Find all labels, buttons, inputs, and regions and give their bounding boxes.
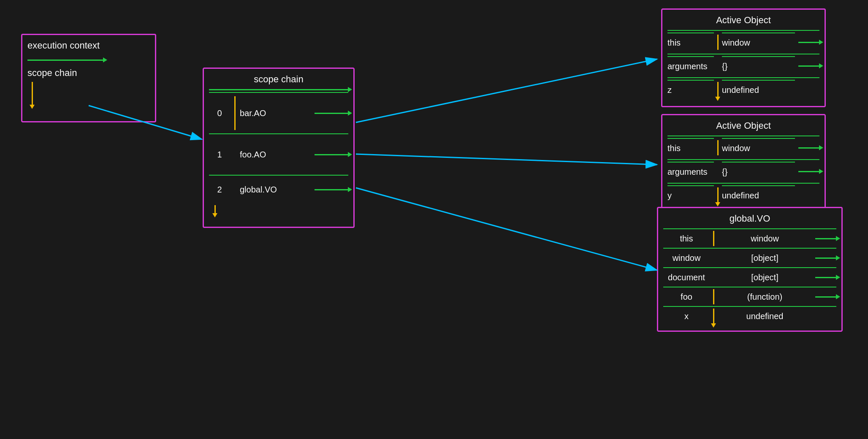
gvo-row-foo: foo (function) (663, 287, 836, 306)
sc-val-0: bar.AO (240, 108, 315, 118)
ao1-val-arguments: {} (722, 56, 795, 76)
sc-num-0: 0 (209, 108, 230, 118)
gvo-val-this: window (718, 234, 812, 244)
sc-row-1: 1 foo.AO (209, 133, 348, 175)
sc-num-2: 2 (209, 185, 230, 195)
gvo-val-foo: (function) (718, 292, 812, 302)
ao2-key-y: y (667, 185, 714, 205)
scope-chain-box: scope chain 0 bar.AO 1 foo.AO 2 global.V… (203, 68, 355, 228)
gvo-key-foo: foo (663, 292, 710, 302)
gvo-key-document: document (663, 273, 710, 282)
active-object-2-box: Active Object this window arguments {} y… (661, 114, 826, 213)
gvo-key-this: this (663, 234, 710, 244)
ao2-row-y: y undefined (667, 183, 819, 206)
ao2-val-y: undefined (722, 185, 795, 205)
sc-to-ao1-arrow (356, 59, 657, 122)
gvo-key-x: x (663, 312, 710, 321)
gvo-val-x: undefined (718, 312, 812, 321)
sc-to-ao2-arrow (356, 154, 657, 165)
sc-val-1: foo.AO (240, 150, 315, 160)
ao1-title: Active Object (667, 15, 819, 26)
gvo-row-x: x undefined (663, 306, 836, 325)
gvo-val-document: [object] (718, 273, 812, 282)
scope-chain-label: scope chain (27, 68, 150, 79)
sc-row-2: 2 global.VO (209, 175, 348, 203)
ao2-val-this: window (722, 138, 795, 157)
ao1-val-z: undefined (722, 80, 795, 99)
sc-row-0: 0 bar.AO (209, 92, 348, 133)
ao2-key-this: this (667, 138, 714, 157)
gvo-row-document: document [object] (663, 267, 836, 287)
ao1-key-z: z (667, 80, 714, 99)
ao2-title: Active Object (667, 120, 819, 131)
ao2-row-arguments: arguments {} (667, 159, 819, 183)
ao2-key-arguments: arguments (667, 162, 714, 181)
sc-val-2: global.VO (240, 185, 315, 195)
execution-context-box: execution context scope chain (21, 34, 156, 122)
ao1-key-this: this (667, 33, 714, 52)
global-vo-box: global.VO this window window [object] do… (657, 207, 843, 332)
sc-to-gvo-arrow (356, 188, 657, 270)
ao1-row-arguments: arguments {} (667, 54, 819, 77)
ao1-row-this: this window (667, 30, 819, 54)
sc-sep-yellow (234, 96, 236, 130)
execution-context-label: execution context (27, 40, 150, 51)
gvo-key-window: window (663, 253, 710, 263)
ao1-row-z: z undefined (667, 77, 819, 101)
ao2-row-this: this window (667, 135, 819, 159)
gvo-row-this: this window (663, 228, 836, 248)
gvo-row-window: window [object] (663, 248, 836, 267)
ao1-key-arguments: arguments (667, 56, 714, 76)
gvo-title: global.VO (663, 213, 836, 224)
sc-num-1: 1 (209, 150, 230, 160)
ao1-val-this: window (722, 33, 795, 52)
active-object-1-box: Active Object this window arguments {} z… (661, 8, 826, 107)
ao2-val-arguments: {} (722, 162, 795, 181)
gvo-val-window: [object] (718, 253, 812, 263)
scope-chain-title: scope chain (209, 74, 348, 85)
